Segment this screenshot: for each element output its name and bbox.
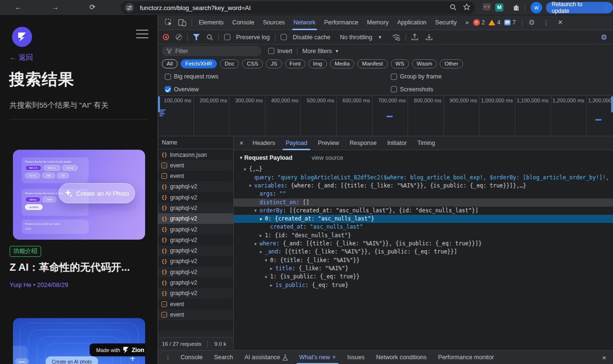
drawer-tab-search[interactable]: Search — [208, 351, 239, 364]
chip-css[interactable]: CSS — [242, 59, 263, 68]
drawer-close-icon[interactable]: × — [602, 353, 606, 362]
throttling-dropdown-arrow[interactable]: ▼ — [378, 35, 382, 40]
drawer-tab-network-conditions[interactable]: Network conditions — [370, 351, 432, 364]
tab-sources[interactable]: Sources — [259, 15, 289, 30]
request-row[interactable]: {}graphql-v2 — [158, 267, 233, 277]
extension-m-icon[interactable]: M — [495, 3, 503, 11]
payload-tree-line[interactable]: ▼1: {is_public: {_eq: true}} — [234, 273, 613, 281]
payload-tree-line[interactable]: distinct_on: [] — [234, 199, 613, 207]
warnings-count[interactable]: 4 — [497, 19, 500, 26]
tab-console[interactable]: Console — [228, 15, 259, 30]
payload-tab-timing[interactable]: Timing — [412, 136, 440, 150]
more-filters-arrow[interactable]: ▼ — [335, 49, 339, 54]
overview-checkbox[interactable] — [165, 86, 171, 92]
plus-icon[interactable]: + — [130, 353, 136, 364]
back-icon[interactable]: ← — [13, 3, 23, 11]
payload-tree-line[interactable]: ▶title: {_like: "%AI%"} — [234, 265, 613, 273]
close-details-icon[interactable]: × — [236, 139, 247, 147]
chip-manifest[interactable]: Manifest — [357, 59, 387, 68]
payload-tab-preview[interactable]: Preview — [313, 136, 344, 150]
article-card-image[interactable]: Please choose the model of your avatar S… — [13, 150, 145, 240]
collapse-caret-icon[interactable]: ▼ — [239, 155, 243, 160]
request-row[interactable]: ↔event — [158, 299, 233, 309]
clear-network-log-icon[interactable] — [176, 34, 182, 40]
payload-tab-headers[interactable]: Headers — [247, 136, 280, 150]
tab-application[interactable]: Application — [393, 15, 431, 30]
address-bar[interactable]: functorz.com/blog_search?key_word=AI — [121, 1, 475, 14]
forward-icon[interactable]: → — [50, 3, 60, 11]
back-link[interactable]: ← 返回 — [10, 53, 33, 62]
tree-closed-caret-icon[interactable]: ▶ — [270, 281, 275, 289]
issues-message-icon[interactable] — [504, 20, 511, 25]
payload-tree-line[interactable]: created_at: "asc_nulls_last" — [234, 223, 613, 231]
article-title[interactable]: Z AI：革命性的无代码开... — [10, 260, 151, 274]
chip-media[interactable]: Media — [330, 59, 354, 68]
tree-open-caret-icon[interactable]: ▼ — [254, 240, 260, 248]
tree-open-caret-icon[interactable]: ▼ — [260, 215, 265, 223]
profile-avatar[interactable]: w — [531, 2, 542, 13]
requests-name-column-header[interactable]: Name — [158, 136, 233, 149]
network-overview-timeline[interactable]: 100,000 ms200,000 ms300,000 ms400,000 ms… — [158, 96, 613, 136]
tab-memory[interactable]: Memory — [363, 15, 393, 30]
group-by-frame-checkbox[interactable] — [391, 74, 397, 80]
disable-cache-checkbox[interactable] — [281, 34, 287, 40]
tab-elements[interactable]: Elements — [194, 15, 228, 30]
filter-funnel-icon[interactable] — [193, 34, 200, 40]
inspect-element-icon[interactable] — [162, 19, 175, 26]
tree-closed-caret-icon[interactable]: ▶ — [260, 232, 265, 240]
request-row[interactable]: {}lnmzasnn.json — [158, 149, 233, 160]
payload-tree-line[interactable]: ▼where: {_and: [{title: {_like: "%AI%"}}… — [234, 240, 613, 248]
export-har-icon[interactable] — [426, 33, 432, 41]
request-row[interactable]: ↔event — [158, 160, 233, 171]
payload-tree-line[interactable]: ▶is_public: {_eq: true} — [234, 281, 613, 289]
create-ai-photo-button-2[interactable]: Create an AI photo — [45, 356, 98, 364]
chip-js[interactable]: JS — [266, 59, 282, 68]
payload-tab-response[interactable]: Response — [344, 136, 382, 150]
request-row[interactable]: {}graphql-v2 — [158, 181, 233, 192]
chip-fetch-xhr[interactable]: Fetch/XHR — [181, 59, 217, 68]
issues-count[interactable]: 7 — [512, 19, 516, 26]
payload-tree-line[interactable]: query: "query blogArticleList_82df5ec2($… — [234, 174, 613, 182]
chip-img[interactable]: Img — [308, 59, 327, 68]
drawer-kebab-icon[interactable]: ⋮ — [161, 354, 175, 361]
more-tabs-icon[interactable]: » — [461, 15, 473, 30]
tree-open-caret-icon[interactable]: ▼ — [260, 248, 265, 256]
payload-tree-line[interactable]: ▼orderBy: [{created_at: "asc_nulls_last"… — [234, 207, 613, 215]
chip-other[interactable]: Other — [440, 59, 463, 68]
url-text[interactable]: functorz.com/blog_search?key_word=AI — [140, 4, 251, 11]
overview-right-handle[interactable] — [611, 96, 613, 112]
errors-count[interactable]: 2 — [482, 19, 485, 26]
drawer-tab-console[interactable]: Console — [175, 351, 208, 364]
menu-hamburger-icon[interactable] — [136, 30, 148, 38]
network-settings-gear-icon[interactable]: ⚙ — [601, 33, 607, 42]
request-row[interactable]: {}graphql-v2 — [158, 192, 233, 203]
browser-menu-kebab-icon[interactable]: ⋮ — [603, 4, 609, 11]
request-row[interactable]: ↔event — [158, 171, 233, 181]
payload-tree-line[interactable]: ▼_and: [{title: {_like: "%AI%"}}, {is_pu… — [234, 248, 613, 256]
drawer-tab-ai-assistance[interactable]: AI assistance — [238, 351, 293, 364]
tree-closed-caret-icon[interactable]: ▶ — [270, 265, 275, 273]
tree-open-caret-icon[interactable]: ▼ — [244, 165, 249, 174]
chip-ws[interactable]: WS — [391, 59, 409, 68]
payload-tree-line[interactable]: ▼0: {created_at: "asc_nulls_last"} — [234, 215, 613, 223]
filter-input[interactable]: Filter — [162, 46, 261, 56]
payload-tab-initiator[interactable]: Initiator — [382, 136, 412, 150]
payload-tree-line[interactable]: ▼{,…} — [234, 165, 613, 173]
request-row[interactable]: {}graphql-v2 — [158, 288, 233, 298]
chip-doc[interactable]: Doc — [220, 59, 239, 68]
close-tab-icon[interactable]: × — [332, 354, 336, 361]
request-row[interactable]: {}graphql-v2 — [158, 245, 233, 256]
drawer-tab-performance-monitor[interactable]: Performance monitor — [432, 351, 500, 364]
tree-open-caret-icon[interactable]: ▼ — [265, 273, 270, 281]
drawer-tab-what-s-new[interactable]: What's new× — [294, 351, 341, 364]
request-row[interactable]: {}graphql-v2 — [158, 224, 233, 234]
preserve-log-checkbox[interactable] — [224, 34, 230, 40]
reload-icon[interactable]: ⟳ — [88, 3, 97, 11]
chip-wasm[interactable]: Wasm — [412, 59, 437, 68]
request-row[interactable]: {}graphql-v2 — [158, 256, 233, 266]
devtools-close-icon[interactable]: × — [553, 18, 567, 27]
import-har-icon[interactable] — [411, 33, 418, 41]
invert-checkbox[interactable] — [268, 48, 274, 54]
payload-tree-line[interactable]: ▼variables: {where: {_and: [{title: {_li… — [234, 182, 613, 190]
more-filters-button[interactable]: More filters — [302, 48, 332, 55]
